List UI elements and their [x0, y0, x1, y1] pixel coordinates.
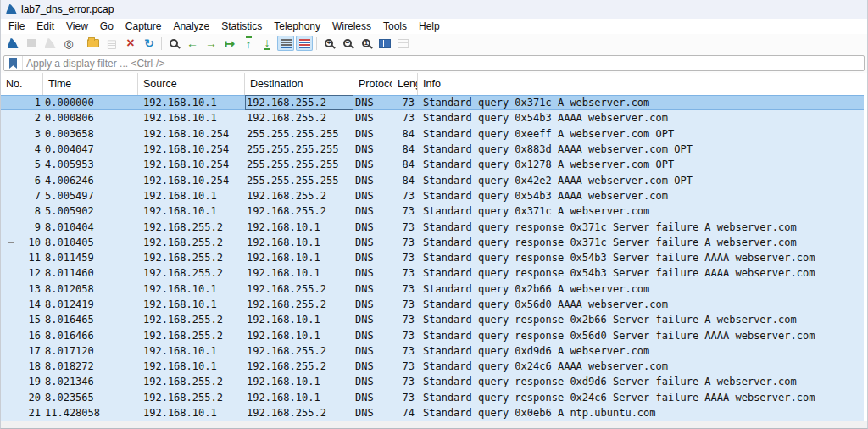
open-file-icon[interactable]	[85, 36, 102, 51]
table-row[interactable]: 8 5.005902 192.168.10.1 192.168.255.2 DN…	[1, 203, 864, 219]
cell-time: 4.005953	[43, 157, 138, 172]
cell-protocol: DNS	[353, 250, 392, 265]
cell-info: Standard query 0xeeff A webserver.com OP…	[418, 126, 864, 142]
conversation-indicator	[8, 312, 16, 327]
cell-length: 84	[392, 126, 418, 142]
column-header-length[interactable]: Leng	[392, 73, 418, 95]
cell-protocol: DNS	[353, 126, 392, 142]
column-header-destination[interactable]: Destination	[245, 73, 353, 95]
table-row[interactable]: 1 0.000000 192.168.10.1 192.168.255.2 DN…	[1, 95, 864, 110]
window-titlebar[interactable]: lab7_dns_error.pcap	[1, 0, 867, 19]
conversation-indicator	[8, 142, 16, 157]
go-last-icon[interactable]: ↓	[259, 36, 275, 51]
cell-protocol: DNS	[353, 390, 392, 405]
resize-columns-icon[interactable]	[376, 36, 393, 51]
menu-item-help[interactable]: Help	[413, 19, 446, 34]
cell-source: 192.168.10.1	[138, 95, 245, 110]
table-row[interactable]: 10 8.010405 192.168.255.2 192.168.10.1 D…	[1, 235, 864, 250]
column-header-time[interactable]: Time	[43, 73, 138, 95]
table-row[interactable]: 9 8.010404 192.168.255.2 192.168.10.1 DN…	[1, 219, 864, 234]
cell-length: 73	[392, 219, 418, 234]
table-row[interactable]: 2 0.000806 192.168.10.1 192.168.255.2 DN…	[1, 110, 864, 125]
menu-item-capture[interactable]: Capture	[120, 19, 168, 34]
display-filter-input[interactable]	[23, 56, 864, 70]
table-row[interactable]: 4 0.004047 192.168.10.254 255.255.255.25…	[1, 142, 864, 157]
cell-no: 3	[1, 126, 43, 142]
cell-no: 20	[1, 390, 43, 405]
cell-time: 11.428058	[43, 405, 138, 421]
cell-no: 7	[1, 188, 43, 203]
menu-item-view[interactable]: View	[60, 19, 94, 34]
go-forward-icon[interactable]: →	[203, 36, 220, 51]
table-row[interactable]: 18 8.018272 192.168.10.1 192.168.255.2 D…	[1, 359, 864, 374]
menu-item-file[interactable]: File	[3, 19, 31, 34]
capture-options-icon[interactable]: ◎	[60, 36, 77, 51]
menu-item-analyze[interactable]: Analyze	[168, 19, 216, 34]
table-row[interactable]: 6 4.006246 192.168.10.254 255.255.255.25…	[1, 172, 864, 187]
cell-protocol: DNS	[353, 265, 392, 281]
table-row[interactable]: 17 8.017120 192.168.10.1 192.168.255.2 D…	[1, 343, 864, 359]
cell-source: 192.168.10.254	[138, 142, 245, 157]
menu-item-edit[interactable]: Edit	[31, 19, 60, 34]
zoom-out-icon[interactable]: −	[339, 36, 356, 51]
menu-item-tools[interactable]: Tools	[377, 19, 413, 34]
go-back-icon[interactable]: ←	[184, 36, 201, 51]
cell-length: 73	[392, 250, 418, 265]
close-file-icon[interactable]: ×	[122, 36, 139, 51]
table-row[interactable]: 13 8.012058 192.168.10.1 192.168.255.2 D…	[1, 281, 864, 297]
cell-destination: 192.168.10.1	[245, 327, 353, 343]
menu-bar: FileEditViewGoCaptureAnalyzeStatisticsTe…	[1, 19, 867, 34]
go-first-icon[interactable]: ↑	[240, 36, 257, 51]
table-row[interactable]: 7 5.005497 192.168.10.1 192.168.255.2 DN…	[1, 188, 864, 203]
menu-item-wireless[interactable]: Wireless	[326, 19, 377, 34]
table-row[interactable]: 12 8.011460 192.168.255.2 192.168.10.1 D…	[1, 265, 864, 281]
cell-no: 21	[1, 405, 43, 421]
column-header-source[interactable]: Source	[138, 73, 245, 95]
cell-length: 73	[392, 327, 418, 343]
column-header-no[interactable]: No.	[1, 73, 43, 95]
zoom-in-icon[interactable]: +	[320, 36, 337, 51]
conversation-indicator	[8, 172, 16, 187]
cell-time: 8.016465	[43, 312, 138, 327]
menu-item-telephony[interactable]: Telephony	[268, 19, 326, 34]
go-to-packet-icon[interactable]: ↦	[221, 36, 238, 51]
cell-length: 73	[392, 188, 418, 203]
table-row[interactable]: 5 4.005953 192.168.10.254 255.255.255.25…	[1, 157, 864, 172]
filter-bookmark-button[interactable]	[4, 56, 23, 70]
cell-protocol: DNS	[353, 203, 392, 219]
table-row[interactable]: 16 8.016466 192.168.255.2 192.168.10.1 D…	[1, 327, 864, 343]
colorize-icon[interactable]	[296, 36, 313, 51]
conversation-indicator	[8, 281, 16, 297]
start-capture-icon[interactable]	[4, 36, 21, 51]
cell-time: 8.018272	[43, 359, 138, 374]
auto-scroll-icon[interactable]	[277, 36, 294, 51]
table-row[interactable]: 20 8.023565 192.168.255.2 192.168.10.1 D…	[1, 390, 864, 405]
packet-list-header: No.TimeSourceDestinationProtocoLengInfo	[1, 73, 867, 95]
table-row[interactable]: 19 8.021346 192.168.255.2 192.168.10.1 D…	[1, 374, 864, 389]
cell-destination: 192.168.10.1	[245, 250, 353, 265]
reload-file-icon[interactable]: ↻	[141, 36, 158, 51]
column-header-protocol[interactable]: Protoco	[353, 73, 392, 95]
menu-item-statistics[interactable]: Statistics	[215, 19, 268, 34]
table-row[interactable]: 3 0.003658 192.168.10.254 255.255.255.25…	[1, 126, 864, 142]
save-file-icon: ▤	[103, 36, 120, 51]
cell-protocol: DNS	[353, 95, 392, 110]
table-row[interactable]: 21 11.428058 192.168.10.1 192.168.255.2 …	[1, 405, 864, 421]
cell-time: 8.016466	[43, 327, 138, 343]
cell-length: 73	[392, 390, 418, 405]
table-row[interactable]: 11 8.011459 192.168.255.2 192.168.10.1 D…	[1, 250, 864, 265]
table-row[interactable]: 15 8.016465 192.168.255.2 192.168.10.1 D…	[1, 312, 864, 327]
cell-destination: 192.168.255.2	[245, 297, 353, 312]
cell-time: 0.003658	[43, 126, 138, 142]
cell-no: 5	[1, 157, 43, 172]
bottom-strip	[1, 421, 867, 428]
cell-protocol: DNS	[353, 327, 392, 343]
cell-length: 73	[392, 312, 418, 327]
cell-destination: 192.168.255.2	[245, 343, 353, 359]
find-packet-icon[interactable]	[165, 36, 182, 51]
zoom-reset-icon[interactable]: 1	[358, 36, 375, 51]
table-row[interactable]: 14 8.012419 192.168.10.1 192.168.255.2 D…	[1, 297, 864, 312]
menu-item-go[interactable]: Go	[94, 19, 120, 34]
column-header-info[interactable]: Info	[418, 73, 867, 95]
main-toolbar: ◎▤×↻←→↦↑↓+−1	[1, 34, 867, 53]
